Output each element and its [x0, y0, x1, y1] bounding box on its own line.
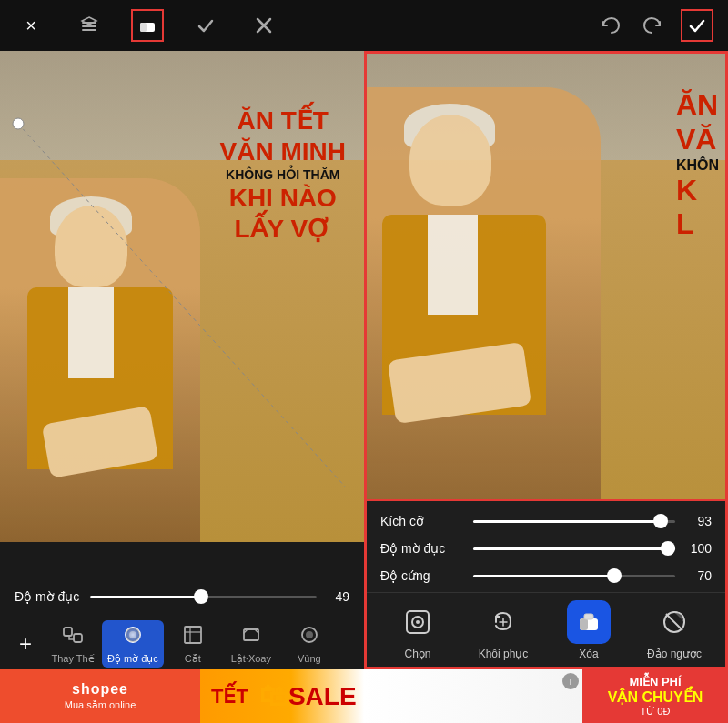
- svg-point-20: [306, 631, 313, 638]
- shopee-sub: Mua sắm online: [65, 699, 136, 711]
- thay-the-icon: [62, 624, 84, 650]
- tool-vung[interactable]: Vùng: [280, 620, 339, 668]
- person-figure-right: [364, 87, 601, 524]
- image-text-line3: KHÔNG HỎI THĂM: [220, 166, 346, 183]
- ad-banner[interactable]: shopee Mua sắm online TẾT 🛍 SALE MIỄN PH…: [0, 669, 728, 723]
- lat-xoay-label: Lật·Xoay: [231, 653, 271, 665]
- check-button[interactable]: [189, 9, 222, 42]
- person-head-left: [55, 206, 127, 287]
- undo-button[interactable]: [593, 9, 626, 42]
- right-text-line4: K: [676, 174, 719, 207]
- chon-label: Chọn: [404, 648, 430, 660]
- tools-row-right: Chọn Khôi phục: [366, 592, 726, 669]
- ad-right: MIỄN PHÍ VẬN CHUYỂN TỪ 0Đ: [582, 669, 728, 723]
- svg-point-23: [416, 620, 420, 624]
- tool-dao-nguoc[interactable]: Đảo ngược: [642, 600, 707, 660]
- ad-free-text: MIỄN PHÍ: [629, 675, 681, 688]
- person-head-right: [410, 115, 491, 206]
- svg-rect-27: [580, 618, 588, 630]
- right-text-overlay: ĂN VĂ KHÔN K L: [676, 87, 728, 241]
- bag-icon: 🛍: [259, 679, 288, 713]
- shirt-right: [428, 215, 478, 315]
- canvas-right[interactable]: ĂN VĂ KHÔN K L: [364, 51, 728, 524]
- tool-chon[interactable]: Chọn: [385, 600, 450, 660]
- confirm-button[interactable]: [681, 9, 713, 42]
- lat-xoay-icon: [240, 624, 262, 650]
- do-mo-duc-fill: [473, 547, 675, 550]
- eraser-button[interactable]: [131, 9, 164, 42]
- right-text-line1: ĂN: [676, 87, 719, 122]
- tet-text: TẾT: [200, 685, 259, 708]
- do-mo-duc-thumb[interactable]: [661, 541, 675, 556]
- xoa-icon-wrap: [567, 600, 611, 644]
- khoi-phuc-label: Khôi phục: [479, 648, 529, 660]
- image-text-line5: LẤY VỢ: [220, 214, 346, 245]
- add-button[interactable]: +: [7, 626, 44, 662]
- slider-do-cung: Độ cứng 70: [380, 568, 712, 583]
- top-bar-left: ×: [15, 9, 280, 42]
- do-mo-duc-icon: [122, 624, 144, 650]
- svg-rect-15: [185, 627, 201, 643]
- cat-icon: [182, 624, 204, 650]
- right-text-line2: VĂ: [676, 122, 719, 156]
- do-mo-duc-label-r: Độ mờ đục: [380, 541, 462, 556]
- tool-xoa[interactable]: Xóa: [556, 600, 622, 660]
- canvas-left[interactable]: ĂN TẾT VĂN MINH KHÔNG HỎI THĂM KHI NÀO L…: [0, 51, 364, 542]
- khoi-phuc-icon-wrap: [481, 600, 525, 644]
- close2-button[interactable]: [248, 9, 280, 42]
- kich-co-fill: [473, 520, 661, 523]
- slider-do-mo-duc: Độ mờ đục 100: [380, 541, 712, 556]
- opacity-value: 49: [328, 589, 349, 604]
- right-controls: Kích cỡ 93 Độ mờ đục 100: [364, 499, 728, 669]
- tool-khoi-phuc[interactable]: Khôi phục: [470, 600, 536, 660]
- svg-rect-2: [82, 29, 96, 31]
- tool-lat-xoay[interactable]: Lật·Xoay: [222, 620, 280, 668]
- opacity-slider[interactable]: [90, 596, 317, 598]
- tool-thay-the[interactable]: Thay Thế: [44, 620, 102, 668]
- svg-rect-10: [64, 628, 72, 636]
- close-button[interactable]: ×: [15, 9, 47, 42]
- kich-co-thumb[interactable]: [653, 514, 668, 528]
- svg-rect-11: [74, 634, 82, 642]
- shopee-logo: shopee: [72, 681, 128, 698]
- kich-co-value: 93: [686, 514, 712, 528]
- tool-cat[interactable]: Cắt: [164, 620, 222, 668]
- opacity-thumb[interactable]: [194, 589, 208, 604]
- tool-do-mo-duc[interactable]: Độ mờ đục: [102, 620, 164, 668]
- ad-close-button[interactable]: i: [562, 673, 579, 689]
- vung-label: Vùng: [298, 653, 321, 664]
- chon-icon-wrap: [396, 600, 440, 644]
- do-cung-thumb[interactable]: [607, 568, 622, 583]
- do-cung-track[interactable]: [473, 575, 675, 577]
- image-text-line1: ĂN TẾT: [220, 105, 346, 136]
- do-cung-label: Độ cứng: [380, 568, 462, 583]
- image-text-line4: KHI NÀO: [220, 183, 346, 214]
- do-mo-duc-value-r: 100: [686, 541, 712, 556]
- image-text-line2: VĂN MINH: [220, 136, 346, 167]
- layers-icon[interactable]: [73, 9, 106, 42]
- opacity-fill: [90, 596, 201, 598]
- person-figure-left: [0, 178, 200, 542]
- vung-icon: [298, 624, 320, 650]
- svg-rect-1: [82, 25, 96, 27]
- shirt: [68, 287, 114, 378]
- do-mo-duc-label: Độ mờ đục: [107, 653, 158, 665]
- ad-from-text: TỪ 0Đ: [641, 706, 671, 718]
- top-bar: ×: [0, 0, 728, 51]
- svg-rect-5: [140, 23, 147, 32]
- xoa-label: Xóa: [579, 648, 598, 660]
- redo-button[interactable]: [637, 9, 670, 42]
- svg-point-14: [126, 628, 140, 642]
- do-mo-duc-track[interactable]: [473, 547, 675, 550]
- main-area: ĂN TẾT VĂN MINH KHÔNG HỎI THĂM KHI NÀO L…: [0, 51, 728, 669]
- dao-nguoc-icon-wrap: [652, 600, 696, 644]
- sale-text: SALE: [288, 682, 357, 711]
- kich-co-label: Kích cỡ: [380, 514, 462, 528]
- right-text-line3: KHÔN: [676, 157, 719, 174]
- kich-co-track[interactable]: [473, 520, 675, 523]
- opacity-label: Độ mờ đục: [15, 589, 79, 604]
- bottom-toolbar-left: + Thay Thế: [0, 618, 364, 669]
- image-text-overlay: ĂN TẾT VĂN MINH KHÔNG HỎI THĂM KHI NÀO L…: [220, 105, 346, 245]
- slider-section: Kích cỡ 93 Độ mờ đục 100: [366, 501, 726, 592]
- slider-kich-co: Kích cỡ 93: [380, 514, 712, 528]
